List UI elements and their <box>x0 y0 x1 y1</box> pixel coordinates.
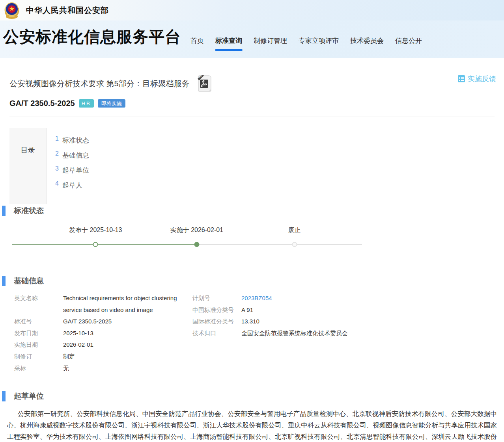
nav-revision-management[interactable]: 制修订管理 <box>254 36 287 51</box>
basic-info-left-column: 英文名称 Technical requirements for object c… <box>14 292 192 374</box>
info-row-english-name: 英文名称 Technical requirements for object c… <box>14 292 192 316</box>
document-title: 公安视频图像分析技术要求 第5部分：目标聚档服务 <box>9 78 190 89</box>
milestone-implemented-label: 实施于 2026-02-01 <box>170 226 223 234</box>
nav-technical-committee[interactable]: 技术委员会 <box>350 36 384 51</box>
site-title: 公安标准化信息服务平台 <box>3 26 181 48</box>
section-title: 起草单位 <box>14 391 44 401</box>
toc-label: 起草单位 <box>62 166 89 175</box>
toc-title: 目录 <box>9 145 46 155</box>
feedback-label: 实施反馈 <box>468 74 496 84</box>
section-heading-drafting-units: 起草单位 <box>0 391 504 401</box>
toc-label: 基础信息 <box>62 151 89 160</box>
toc-item-basic-info[interactable]: 2 基础信息 <box>55 148 89 163</box>
feedback-form-icon <box>457 75 465 83</box>
main-nav: 首页 标准查询 制修订管理 专家立项评审 技术委员会 信息公开 <box>190 36 422 51</box>
status-badge: 即将实施 <box>98 99 125 108</box>
toc-label: 标准状态 <box>62 136 89 145</box>
info-label: 采标 <box>14 362 63 374</box>
info-row-ics: 国际标准分类号 13.310 <box>192 316 348 327</box>
info-row-publish-date: 发布日期 2025-10-13 <box>14 327 192 339</box>
info-row-ccs: 中国标准分类号 A 91 <box>192 304 348 316</box>
top-bar: 中华人民共和国公安部 <box>0 0 504 20</box>
info-value: 13.310 <box>241 316 259 327</box>
info-value: GA/T 2350.5-2025 <box>63 316 187 327</box>
hb-badge: HB <box>79 99 94 108</box>
toc-item-drafters[interactable]: 4 起草人 <box>55 178 89 193</box>
toc-label: 起草人 <box>62 181 82 190</box>
info-label: 发布日期 <box>14 327 63 339</box>
info-value: Technical requirements for object cluste… <box>63 292 187 316</box>
toc-item-drafting-units[interactable]: 3 起草单位 <box>55 163 89 178</box>
implementation-feedback-link[interactable]: 实施反馈 <box>457 74 496 84</box>
info-row-revision-type: 制修订 制定 <box>14 351 192 362</box>
nav-info-disclosure[interactable]: 信息公开 <box>395 36 422 51</box>
info-value: 无 <box>63 362 187 374</box>
section-heading-basic-info: 基础信息 <box>0 276 504 286</box>
info-label: 标准号 <box>14 316 63 327</box>
basic-info-grid: 英文名称 Technical requirements for object c… <box>0 292 504 374</box>
info-value: A 91 <box>241 304 253 316</box>
info-label: 中国标准分类号 <box>192 304 241 316</box>
info-row-plan-no: 计划号 2023BZ054 <box>192 292 348 304</box>
toc-num: 4 <box>55 180 59 187</box>
org-name: 中华人民共和国公安部 <box>26 5 109 16</box>
table-of-contents: 目录 1 标准状态 2 基础信息 3 起草单位 4 起草人 <box>9 128 495 204</box>
section-heading-status: 标准状态 <box>0 206 504 216</box>
section-title: 标准状态 <box>14 206 44 216</box>
police-emblem-logo <box>3 1 21 20</box>
toc-title-box: 目录 <box>9 128 47 204</box>
nav-expert-review[interactable]: 专家立项评审 <box>299 36 339 51</box>
milestone-implemented-dot <box>194 242 199 247</box>
info-row-standard-no: 标准号 GA/T 2350.5-2025 <box>14 316 192 327</box>
info-label: 技术归口 <box>192 327 241 339</box>
milestone-published-label: 发布于 2025-10-13 <box>69 226 122 234</box>
milestone-abolished-label: 废止 <box>288 226 301 234</box>
section-accent-bar <box>2 391 6 401</box>
section-standard-status: 标准状态 发布于 2025-10-13 实施于 2026-02-01 废止 <box>0 206 504 260</box>
info-value: 制定 <box>63 351 187 362</box>
divider <box>9 117 495 117</box>
plan-number-link[interactable]: 2023BZ054 <box>241 292 272 304</box>
pdf-download-icon[interactable]: PDF <box>197 75 212 92</box>
section-basic-info: 基础信息 英文名称 Technical requirements for obj… <box>0 276 504 374</box>
document-header: 公安视频图像分析技术要求 第5部分：目标聚档服务 PDF 实施反馈 GA/T 2… <box>0 58 504 117</box>
toc-num: 1 <box>55 135 59 142</box>
info-value: 2025-10-13 <box>63 327 187 339</box>
info-row-implement-date: 实施日期 2026-02-01 <box>14 339 192 351</box>
basic-info-right-column: 计划号 2023BZ054 中国标准分类号 A 91 国际标准分类号 13.31… <box>192 292 348 374</box>
info-label: 计划号 <box>192 292 241 304</box>
toc-list: 1 标准状态 2 基础信息 3 起草单位 4 起草人 <box>47 128 89 204</box>
nav-home[interactable]: 首页 <box>190 36 204 51</box>
milestone-published-dot <box>93 242 98 247</box>
toc-num: 3 <box>55 165 59 172</box>
toc-item-standard-status[interactable]: 1 标准状态 <box>55 133 89 148</box>
nav-standard-query[interactable]: 标准查询 <box>215 36 242 51</box>
milestone-abolished-dot <box>292 242 297 247</box>
info-label: 实施日期 <box>14 339 63 351</box>
section-accent-bar <box>2 276 6 286</box>
site-header: 公安标准化信息服务平台 首页 标准查询 制修订管理 专家立项评审 技术委员会 信… <box>0 20 504 58</box>
info-label: 国际标准分类号 <box>192 316 241 327</box>
drafting-units-text: 公安部第一研究所、公安部科技信息化局、中国安全防范产品行业协会、公安部安全与警用… <box>7 410 497 442</box>
info-label: 制修订 <box>14 351 63 362</box>
timeline-progress <box>12 244 197 245</box>
info-label: 英文名称 <box>14 292 63 316</box>
info-value: 全国安全防范报警系统标准化技术委员会 <box>241 327 348 339</box>
section-title: 基础信息 <box>14 276 44 286</box>
section-drafting-units: 起草单位 公安部第一研究所、公安部科技信息化局、中国安全防范产品行业协会、公安部… <box>0 391 504 442</box>
info-value: 2026-02-01 <box>63 339 187 351</box>
toc-num: 2 <box>55 150 59 157</box>
page: 中华人民共和国公安部 公安标准化信息服务平台 首页 标准查询 制修订管理 专家立… <box>0 0 504 442</box>
info-row-technical-committee: 技术归口 全国安全防范报警系统标准化技术委员会 <box>192 327 348 339</box>
drafting-units-paragraph: 公安部第一研究所、公安部科技信息化局、中国安全防范产品行业协会、公安部安全与警用… <box>7 408 497 442</box>
section-accent-bar <box>2 206 6 216</box>
status-timeline: 发布于 2025-10-13 实施于 2026-02-01 废止 <box>12 222 362 260</box>
info-row-adoption: 采标 无 <box>14 362 192 374</box>
standard-number: GA/T 2350.5-2025 <box>9 99 75 108</box>
